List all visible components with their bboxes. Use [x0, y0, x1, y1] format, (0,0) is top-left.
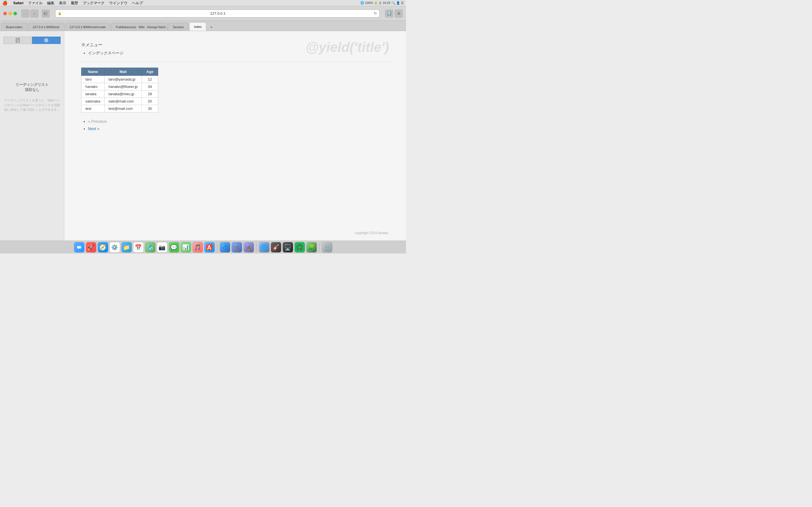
title-bar: ‹ › 🔒 127.0.0.1 ↻ ⬆️ ⧉ [0, 6, 406, 21]
tab-index[interactable]: Index [189, 22, 206, 31]
cell-name: tanaka [82, 91, 105, 98]
menu-edit[interactable]: 編集 [47, 1, 54, 6]
sidebar-empty-title: リーディングリスト 項目なし [15, 82, 49, 93]
address-bar-container: 🔒 127.0.0.1 ↻ [55, 10, 379, 17]
pagination-previous: « Previous [88, 118, 389, 125]
nav-buttons: ‹ › [21, 10, 38, 17]
menu-window[interactable]: ウインドウ [109, 1, 128, 6]
dock-launchpad[interactable]: 🚀 [86, 242, 96, 252]
dock-spotify[interactable]: 🎧 [294, 242, 305, 252]
dock-xcode-alt[interactable]: 🔨 [232, 242, 242, 252]
app-name[interactable]: Safari [13, 1, 23, 5]
cell-age: 20 [142, 98, 158, 105]
sidebar-tab-reading-list[interactable] [32, 37, 61, 44]
menu-index-item: インデックスページ [88, 50, 389, 56]
col-mail: Mail [104, 68, 142, 76]
menu-bookmarks[interactable]: ブックマーク [83, 1, 105, 6]
lock-icon: 🔒 [58, 11, 62, 15]
tab-session[interactable]: Session [168, 23, 189, 31]
dock-safari[interactable]: 🧭 [98, 242, 108, 252]
tab-rest[interactable]: 127.0.0.1:8000/rest [28, 23, 64, 31]
svg-point-9 [45, 40, 47, 41]
cell-age: 28 [142, 91, 158, 98]
cell-name: test [82, 105, 105, 112]
cell-age: 34 [142, 83, 158, 91]
cell-age: 12 [142, 76, 158, 83]
sidebar-toggle-button[interactable] [42, 10, 50, 17]
sidebar: リーディングリスト 項目なし リーディングリストを使うと、Webページやリンクを… [0, 31, 64, 240]
apple-menu[interactable]: 🍎 [2, 1, 8, 6]
sidebar-tabs [3, 37, 61, 44]
col-age: Age [142, 68, 158, 76]
next-link[interactable]: Next » [88, 126, 99, 131]
back-button[interactable]: ‹ [21, 10, 29, 17]
dock-appstore[interactable]: 🅰️ [204, 242, 215, 252]
address-bar[interactable]: 🔒 127.0.0.1 ↻ [55, 10, 379, 17]
dock-divider-3 [319, 243, 319, 251]
main-layout: リーディングリスト 項目なし リーディングリストを使うと、Webページやリンクを… [0, 31, 406, 240]
new-tab-button[interactable]: ⧉ [395, 10, 403, 17]
cell-mail: test@mail.com [104, 105, 142, 112]
table-row: tanaka tanaka@meu.jp 28 [82, 91, 158, 98]
close-button[interactable] [3, 12, 7, 15]
cell-age: 35 [142, 105, 158, 112]
reading-list-icon [44, 38, 49, 43]
dock-maps[interactable]: 🗺️ [145, 242, 156, 252]
svg-rect-1 [45, 12, 48, 12]
pagination-next: Next » [88, 125, 389, 132]
sidebar-tab-bookmarks[interactable] [3, 37, 32, 44]
dock-files[interactable]: 📁 [121, 242, 132, 252]
table-header-row: Name Mail Age [82, 68, 158, 76]
svg-point-11 [79, 246, 82, 249]
dock-chrome[interactable]: ⚙️ [109, 242, 120, 252]
share-button[interactable]: ⬆️ [385, 10, 393, 17]
dock-numbers[interactable]: 📊 [181, 242, 191, 252]
dock-trash[interactable]: 🗑️ [322, 242, 333, 252]
menu-list: インデックスページ [81, 50, 389, 56]
minimize-button[interactable] [8, 12, 12, 15]
svg-rect-2 [45, 13, 48, 14]
dock-system-prefs[interactable]: 🌐 [259, 242, 269, 252]
table-row: test test@mail.com 35 [82, 105, 158, 112]
reload-button[interactable]: ↻ [374, 11, 377, 15]
tabs-bar: Board.index 127.0.0.1:8000/rest 127.0.0.… [0, 21, 406, 31]
forward-button[interactable]: › [31, 10, 38, 17]
traffic-lights [3, 12, 17, 15]
dock-messages[interactable]: 💬 [168, 242, 179, 252]
dock-garageband[interactable]: 🎸 [271, 242, 282, 252]
maximize-button[interactable] [13, 12, 17, 15]
new-tab-add-button[interactable]: + [208, 24, 215, 31]
menu-history[interactable]: 履歴 [71, 1, 78, 6]
previous-label: « Previous [88, 119, 107, 124]
dock-finder[interactable] [74, 242, 85, 252]
copyright: copyright 2018 tanaka. [355, 231, 389, 235]
sidebar-description: リーディングリストを使うと、WebページやリンクをWebページやリンクを自動的に… [3, 98, 61, 112]
dock-vscode[interactable]: 🔷 [220, 242, 231, 252]
menu-help[interactable]: ヘルプ [132, 1, 143, 6]
dock-terminal[interactable]: 🖥️ [283, 242, 293, 252]
menu-file[interactable]: ファイル [28, 1, 43, 6]
pagination: « Previous Next » [81, 118, 389, 132]
finder-icon [76, 244, 83, 251]
dock-photos[interactable]: 📷 [157, 242, 167, 252]
svg-rect-3 [45, 15, 48, 15]
dock-xcode[interactable]: ⚒️ [243, 242, 254, 252]
tab-board-index[interactable]: Board.index [1, 23, 28, 31]
dock-calendar[interactable]: 📅 [133, 242, 144, 252]
svg-point-8 [45, 39, 48, 42]
index-page-link[interactable]: インデックスページ [88, 51, 123, 55]
dock-itunes[interactable]: 🎵 [192, 242, 203, 252]
tab-wiki[interactable]: Fulldiskaccess · Wiki · George Nach... [111, 23, 167, 31]
menu-view[interactable]: 表示 [59, 1, 66, 6]
dock-divider-2 [256, 243, 257, 251]
dock-app1[interactable]: 🧩 [306, 242, 317, 252]
svg-rect-0 [44, 12, 45, 15]
url-text[interactable]: 127.0.0.1 [63, 11, 372, 15]
dock-bar: 🚀 🧭 ⚙️ 📁 📅 🗺️ 📷 💬 📊 🎵 🅰️ 🔷 🔨 ⚒️ 🌐 🎸 🖥️ 🎧… [0, 240, 406, 253]
system-status: 🌐 100% 🔋 土 16:25 🔍 👤 ☰ [360, 1, 404, 5]
dock-divider-1 [217, 243, 217, 251]
cell-mail: tanaka@meu.jp [104, 91, 142, 98]
tab-rest-create[interactable]: 127.0.0.1:8000/rest/create [65, 23, 110, 31]
table-head: Name Mail Age [82, 68, 158, 76]
table-row: hanako hanako@flower.jp 34 [82, 83, 158, 91]
